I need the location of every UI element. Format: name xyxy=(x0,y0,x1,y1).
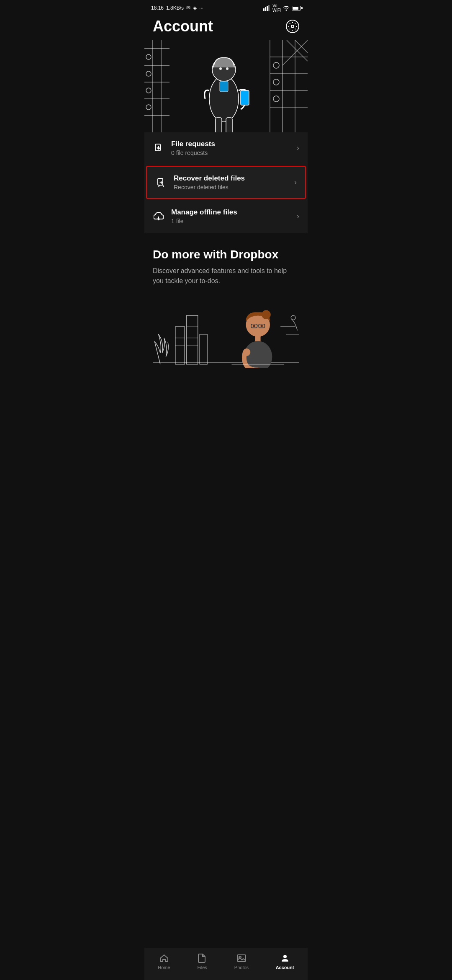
svg-point-20 xyxy=(226,67,229,70)
speed: 1.8KB/s xyxy=(166,5,184,11)
svg-rect-57 xyxy=(255,336,261,341)
svg-point-53 xyxy=(261,325,263,327)
file-requests-icon xyxy=(153,142,164,154)
recover-deleted-text: Recover deleted files Recover deleted fi… xyxy=(174,174,291,191)
file-requests-text: File requests 0 file requests xyxy=(171,140,293,156)
settings-button[interactable] xyxy=(286,20,299,33)
header: Account xyxy=(144,14,308,40)
signal-icon xyxy=(263,5,271,11)
page-title: Account xyxy=(153,18,213,35)
svg-point-51 xyxy=(262,310,271,319)
promo-section: Do more with Dropbox Discover advanced f… xyxy=(144,237,308,375)
status-left: 18:16 1.8KB/s ✉ ◈ ··· xyxy=(151,5,203,11)
manage-offline-item[interactable]: Manage offline files 1 file › xyxy=(144,201,308,232)
time: 18:16 xyxy=(151,5,164,11)
recover-deleted-title: Recover deleted files xyxy=(174,174,291,183)
promo-subtitle: Discover advanced features and tools to … xyxy=(153,266,299,286)
wifi-icon xyxy=(282,5,290,11)
svg-rect-3 xyxy=(268,5,270,11)
gmail-icon: ✉ xyxy=(186,5,190,11)
svg-rect-22 xyxy=(241,90,249,105)
gear-icon xyxy=(288,21,298,31)
manage-offline-icon xyxy=(153,211,164,222)
svg-rect-38 xyxy=(155,144,160,151)
more-icon: ··· xyxy=(199,5,203,11)
vo-wifi-label: VoWiFi xyxy=(272,3,281,13)
recover-deleted-subtitle: Recover deleted files xyxy=(174,184,291,191)
svg-rect-23 xyxy=(216,118,222,132)
recover-deleted-item[interactable]: Recover deleted files Recover deleted fi… xyxy=(146,166,306,199)
status-bar: 18:16 1.8KB/s ✉ ◈ ··· VoWiFi xyxy=(144,0,308,14)
svg-point-52 xyxy=(253,325,255,327)
promo-illustration xyxy=(153,293,299,368)
svg-rect-21 xyxy=(220,81,228,92)
svg-rect-0 xyxy=(263,8,265,11)
hero-illustration xyxy=(144,40,308,132)
promo-title: Do more with Dropbox xyxy=(153,248,299,262)
file-requests-chevron: › xyxy=(297,144,299,152)
svg-rect-40 xyxy=(153,297,299,364)
file-requests-title: File requests xyxy=(171,140,293,148)
svg-rect-24 xyxy=(226,118,232,132)
svg-point-59 xyxy=(243,348,250,356)
menu-section: File requests 0 file requests › Recover … xyxy=(144,132,308,232)
file-requests-subtitle: 0 file requests xyxy=(171,150,293,156)
data-saver-icon: ◈ xyxy=(193,5,197,11)
svg-point-19 xyxy=(219,67,222,70)
svg-point-4 xyxy=(291,25,294,28)
file-requests-item[interactable]: File requests 0 file requests › xyxy=(144,132,308,164)
manage-offline-subtitle: 1 file xyxy=(171,218,293,224)
manage-offline-title: Manage offline files xyxy=(171,208,293,217)
manage-offline-text: Manage offline files 1 file xyxy=(171,208,293,224)
svg-rect-2 xyxy=(267,6,268,11)
svg-rect-1 xyxy=(265,7,266,11)
battery-icon xyxy=(292,6,301,10)
recover-deleted-icon xyxy=(155,177,167,188)
status-right: VoWiFi xyxy=(263,3,301,13)
manage-offline-chevron: › xyxy=(297,212,299,221)
recover-deleted-chevron: › xyxy=(294,178,297,187)
